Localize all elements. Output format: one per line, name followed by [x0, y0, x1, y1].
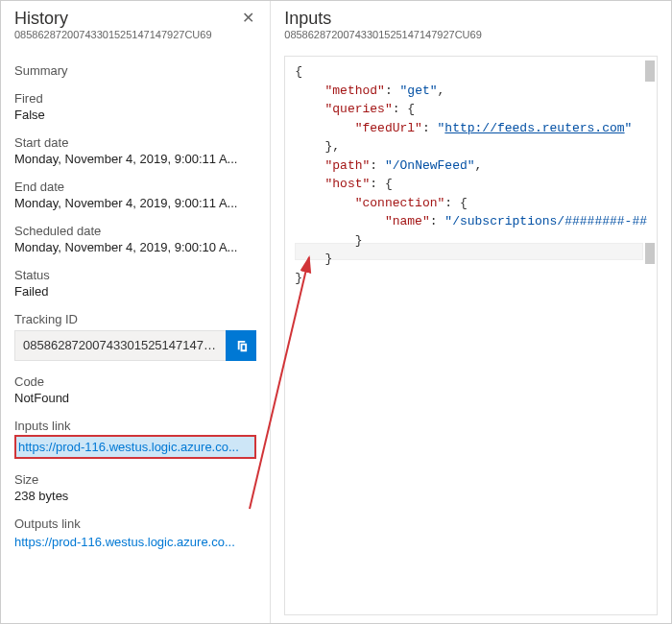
size-value: 238 bytes: [14, 489, 256, 503]
code-value: NotFound: [14, 391, 256, 405]
json-name-val: /subscriptions/########-##: [452, 214, 647, 228]
json-feedurl-val: http://feeds.reuters.com: [444, 121, 624, 135]
fired-value: False: [14, 108, 256, 122]
outputs-link-label: Outputs link: [14, 516, 256, 531]
tracking-id-label: Tracking ID: [14, 312, 256, 326]
json-method: get: [407, 84, 429, 98]
json-content[interactable]: { "method": "get", "queries": { "feedUrl…: [285, 57, 657, 614]
fired-label: Fired: [14, 91, 256, 106]
json-feedurl-key: feedUrl: [363, 121, 416, 135]
inputs-link-label: Inputs link: [14, 419, 256, 433]
start-date-label: Start date: [14, 135, 256, 150]
json-connection-key: connection: [363, 196, 438, 210]
json-host-key: host: [332, 177, 362, 191]
inputs-link[interactable]: https://prod-116.westus.logic.azure.co..…: [14, 435, 256, 459]
scheduled-date-label: Scheduled date: [14, 224, 256, 238]
outputs-link[interactable]: https://prod-116.westus.logic.azure.co..…: [14, 533, 256, 551]
end-date-label: End date: [14, 180, 256, 194]
json-name-key: name: [393, 214, 422, 228]
history-title: History: [14, 9, 212, 29]
end-date-value: Monday, November 4, 2019, 9:00:11 A...: [14, 196, 256, 210]
json-path-val: /OnNewFeed: [393, 158, 468, 173]
history-panel: History 08586287200743301525147147927CU6…: [1, 1, 271, 623]
size-label: Size: [14, 472, 256, 487]
code-label: Code: [14, 374, 256, 389]
inputs-panel: Inputs 08586287200743301525147147927CU69…: [271, 1, 671, 623]
status-value: Failed: [14, 284, 256, 299]
start-date-value: Monday, November 4, 2019, 9:00:11 A...: [14, 152, 256, 166]
copy-icon: [234, 339, 249, 353]
scrollbar-thumb-lower[interactable]: [645, 243, 655, 264]
json-viewer[interactable]: { "method": "get", "queries": { "feedUrl…: [284, 56, 658, 615]
scrollbar-thumb[interactable]: [645, 60, 655, 82]
cursor-line: [295, 243, 643, 260]
json-queries-key: queries: [332, 102, 385, 116]
status-label: Status: [14, 268, 256, 282]
copy-button[interactable]: [226, 330, 256, 361]
tracking-id-field[interactable]: 085862872007433015251471479...: [14, 330, 226, 361]
close-icon[interactable]: ✕: [240, 9, 256, 28]
summary-heading: Summary: [14, 63, 256, 78]
inputs-title: Inputs: [284, 9, 658, 29]
scheduled-date-value: Monday, November 4, 2019, 9:00:10 A...: [14, 240, 256, 254]
history-run-id: 08586287200743301525147147927CU69: [14, 29, 212, 40]
json-path-key: path: [332, 158, 362, 173]
inputs-run-id: 08586287200743301525147147927CU69: [284, 29, 658, 40]
